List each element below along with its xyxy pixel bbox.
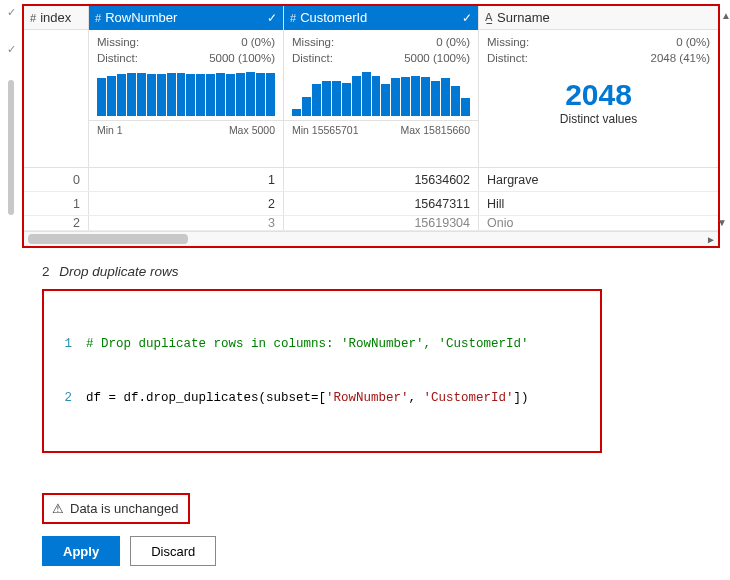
histogram-customerid: [284, 68, 478, 116]
stat-label: Distinct:: [97, 50, 138, 66]
action-buttons: Apply Discard: [22, 536, 720, 580]
cell-surname: Hargrave: [479, 168, 718, 191]
check-icon: ✓: [267, 11, 277, 25]
stat-value: 5000 (100%): [209, 50, 275, 66]
column-stats: Missing: 0 (0%) Distinct: 5000 (100%): [284, 30, 478, 68]
column-stats: Missing: 0 (0%) Distinct: 5000 (100%): [89, 30, 283, 68]
stat-value: 0 (0%): [241, 34, 275, 50]
number-type-icon: #: [290, 12, 296, 24]
cell-index: 2: [24, 216, 89, 230]
code-text: ,: [409, 389, 424, 407]
step-name: Drop duplicate rows: [59, 264, 178, 279]
stat-label: Missing:: [292, 34, 334, 50]
cell-surname: Hill: [479, 192, 718, 215]
data-rows: 0 1 15634602 Hargrave 1 2 15647311 Hill …: [24, 168, 718, 231]
scroll-down-arrow-icon[interactable]: ▼: [717, 217, 727, 228]
code-string: 'CustomerId': [424, 389, 514, 407]
distinct-summary: 2048 Distinct values: [479, 68, 718, 130]
range-min: Min 15565701: [292, 124, 359, 136]
table-row[interactable]: 2 3 15619304 Onio: [24, 216, 718, 231]
stat-label: Missing:: [487, 34, 529, 50]
apply-button[interactable]: Apply: [42, 536, 120, 566]
histogram-rownumber: [89, 68, 283, 116]
horizontal-scrollbar[interactable]: ◄ ►: [24, 231, 718, 246]
step-number: 2: [42, 264, 50, 279]
column-header-rownumber[interactable]: # RowNumber ✓: [89, 6, 283, 30]
stat-value: 0 (0%): [676, 34, 710, 50]
column-name: index: [40, 10, 82, 25]
range-min: Min 1: [97, 124, 123, 136]
scrollbar-thumb[interactable]: [28, 234, 188, 244]
code-comment: # Drop duplicate rows in columns: 'RowNu…: [86, 335, 529, 353]
cell-index: 0: [24, 168, 89, 191]
range-max: Max 15815660: [401, 124, 470, 136]
column-header-index[interactable]: # index: [24, 6, 88, 30]
stat-label: Missing:: [97, 34, 139, 50]
scroll-right-arrow-icon[interactable]: ►: [704, 232, 718, 247]
left-gutter: ✓ ✓: [0, 0, 22, 580]
step-title: 2 Drop duplicate rows: [22, 248, 720, 289]
warning-icon: ⚠: [52, 501, 64, 516]
cell-rownumber: 3: [89, 216, 284, 230]
stat-value: 5000 (100%): [404, 50, 470, 66]
code-text: ]): [514, 389, 529, 407]
status-message: ⚠ Data is unchanged: [42, 493, 190, 524]
vertical-scrollbar[interactable]: [8, 80, 14, 215]
code-editor[interactable]: 1# Drop duplicate rows in columns: 'RowN…: [42, 289, 602, 453]
column-name: CustomerId: [300, 10, 458, 25]
text-type-icon: A̲: [485, 11, 493, 24]
distinct-label: Distinct values: [479, 112, 718, 126]
stat-value: 2048 (41%): [651, 50, 710, 66]
line-number: 2: [54, 389, 72, 407]
cell-index: 1: [24, 192, 89, 215]
distinct-count: 2048: [479, 78, 718, 112]
number-type-icon: #: [30, 12, 36, 24]
checkmark-icon: ✓: [0, 43, 22, 56]
cell-surname: Onio: [479, 216, 718, 230]
stat-label: Distinct:: [292, 50, 333, 66]
cell-customerid: 15619304: [284, 216, 479, 230]
code-text: df = df.drop_duplicates(subset=[: [86, 389, 326, 407]
column-stats: Missing: 0 (0%) Distinct: 2048 (41%): [479, 30, 718, 68]
table-row[interactable]: 1 2 15647311 Hill: [24, 192, 718, 216]
line-number: 1: [54, 335, 72, 353]
discard-button[interactable]: Discard: [130, 536, 216, 566]
column-header-surname[interactable]: A̲ Surname: [479, 6, 718, 30]
cell-customerid: 15647311: [284, 192, 479, 215]
stat-value: 0 (0%): [436, 34, 470, 50]
checkmark-icon: ✓: [0, 6, 22, 19]
column-header-customerid[interactable]: # CustomerId ✓: [284, 6, 478, 30]
table-row[interactable]: 0 1 15634602 Hargrave: [24, 168, 718, 192]
stat-label: Distinct:: [487, 50, 528, 66]
code-string: 'RowNumber': [326, 389, 409, 407]
check-icon: ✓: [462, 11, 472, 25]
number-type-icon: #: [95, 12, 101, 24]
cell-customerid: 15634602: [284, 168, 479, 191]
cell-rownumber: 2: [89, 192, 284, 215]
status-text: Data is unchanged: [70, 501, 178, 516]
data-preview-panel: ▲ ▼ # index # RowNumber ✓: [22, 4, 720, 248]
range-max: Max 5000: [229, 124, 275, 136]
scroll-up-arrow-icon[interactable]: ▲: [721, 10, 727, 22]
column-name: RowNumber: [105, 10, 263, 25]
column-name: Surname: [497, 10, 712, 25]
cell-rownumber: 1: [89, 168, 284, 191]
